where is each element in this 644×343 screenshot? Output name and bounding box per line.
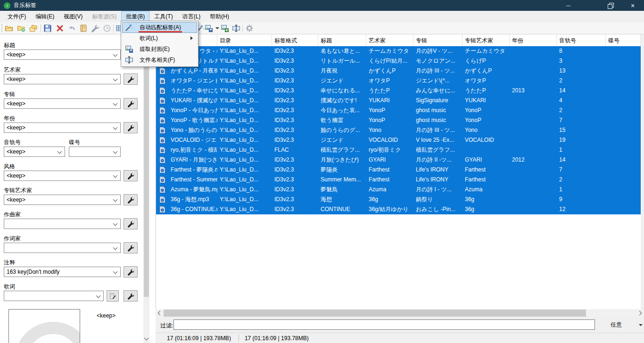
field-comment-wrench-button[interactable] bbox=[124, 266, 138, 278]
column-header-artist[interactable]: 艺术家 bbox=[366, 34, 413, 46]
field-genre-wrench-button[interactable] bbox=[124, 170, 138, 181]
undo-icon[interactable] bbox=[67, 24, 76, 33]
add-folder-icon[interactable] bbox=[17, 24, 25, 33]
lyrics-edit-button[interactable] bbox=[107, 290, 119, 302]
album-art-box[interactable] bbox=[8, 309, 80, 343]
table-row[interactable]: YUKARI - 撲滅なの...Y:\Lao_Liu_D...ID3v2.3撲滅… bbox=[156, 96, 641, 106]
field-album-wrench-button[interactable] bbox=[124, 98, 138, 109]
column-header-title[interactable]: 标题 bbox=[318, 34, 366, 46]
field-composer-wrench-button[interactable] bbox=[124, 218, 138, 229]
library-book-icon[interactable] bbox=[79, 24, 88, 33]
rename-file-icon[interactable] bbox=[232, 24, 240, 33]
table-row[interactable]: YonoP - 今日あった...Y:\Lao_Liu_D...ID3v2.3今日… bbox=[156, 106, 641, 115]
menubar-item-view[interactable]: 视图(V) bbox=[59, 11, 87, 22]
cell-artist: オワタP bbox=[366, 76, 413, 86]
table-row[interactable]: Farthest - 夢陽炎.mp3Y:\Lao_Liu_D...ID3v2.3… bbox=[156, 165, 641, 175]
sidebar-scrollbar[interactable] bbox=[143, 34, 149, 343]
close-button[interactable]: × bbox=[621, 0, 644, 11]
cell-track: 2 bbox=[557, 175, 606, 185]
column-header-album[interactable]: 专辑 bbox=[413, 34, 462, 46]
field-title-combobox[interactable]: <keep> bbox=[4, 49, 121, 60]
sidebar-scrollbar-thumb[interactable] bbox=[144, 37, 149, 297]
field-album-artist-wrench-button[interactable] bbox=[124, 194, 138, 205]
table-row[interactable]: Farthest - Summer ...Y:\Lao_Liu_D...ID3v… bbox=[156, 175, 641, 185]
cell-filename: かずくんP - 月夜視.... bbox=[168, 66, 217, 76]
table-row[interactable]: VOCALOID - ジエン...Y:\Lao_Liu_D...ID3v2.3ジ… bbox=[156, 135, 641, 145]
field-composer-combobox[interactable] bbox=[4, 219, 121, 229]
cell-title: 名もない君と... bbox=[318, 46, 366, 56]
menu-item-filename-related[interactable]: 文件名相关(F) bbox=[122, 55, 197, 65]
history-clock-icon[interactable] bbox=[103, 24, 111, 33]
menu-item-extract-cover[interactable]: 提取封面(E) bbox=[122, 44, 197, 55]
tools-wrench-icon[interactable] bbox=[91, 24, 99, 33]
table-row[interactable]: ryo,初音ミク - 積乱...Y:\Lao_Liu_D...FLAC積乱雲グラ… bbox=[156, 145, 641, 155]
field-year-combobox[interactable]: <keep> bbox=[4, 122, 121, 133]
field-artist-combobox[interactable]: <keep> bbox=[4, 74, 121, 84]
table-row[interactable]: かずくんP - 月夜視....Y:\Lao_Liu_D...ID3v2.3月夜視… bbox=[156, 66, 641, 76]
scroll-left-arrow-icon[interactable] bbox=[158, 311, 163, 316]
menubar-item-edit[interactable]: 编辑(E) bbox=[31, 11, 59, 22]
table-row[interactable]: GYARI - 月旅(つき...Y:\Lao_Liu_D...ID3v2.3月旅… bbox=[156, 155, 641, 165]
save-cover-icon[interactable] bbox=[205, 24, 213, 33]
menubar-item-file[interactable]: 文件(F) bbox=[3, 11, 31, 22]
table-row[interactable]: 36g - 海想.mp3Y:\Lao_Liu_D...ID3v2.3海想36g鍋… bbox=[156, 195, 641, 204]
remove-icon[interactable] bbox=[56, 24, 64, 33]
field-artist-wrench-button[interactable] bbox=[124, 74, 138, 85]
menu-item-lyrics[interactable]: 歌词(L) bbox=[122, 33, 197, 44]
horizontal-scrollbar-thumb[interactable] bbox=[164, 310, 586, 317]
cell-album: 月の詩V - ツ... bbox=[413, 46, 462, 56]
scroll-right-arrow-icon[interactable] bbox=[637, 311, 642, 316]
cell-artist: YonoP bbox=[366, 115, 413, 125]
cell-year bbox=[510, 56, 557, 66]
field-lyricist-wrench-button[interactable] bbox=[124, 242, 138, 253]
cell-year: 2012 bbox=[510, 155, 557, 165]
cell-album: 月の詩 II -ツ... bbox=[413, 155, 462, 165]
cell-year bbox=[510, 204, 557, 214]
cell-disc bbox=[606, 165, 641, 175]
field-genre-combobox[interactable]: <keep> bbox=[4, 171, 121, 181]
extract-cover-icon[interactable] bbox=[221, 24, 229, 33]
cell-disc bbox=[606, 175, 641, 185]
field-album-artist-combobox[interactable]: <keep> bbox=[4, 195, 121, 205]
filter-input[interactable] bbox=[173, 319, 595, 330]
menubar-item-tag-source[interactable]: 标签源(S) bbox=[87, 11, 121, 22]
field-year-wrench-button[interactable] bbox=[124, 122, 138, 133]
dropdown-arrow-icon[interactable] bbox=[215, 27, 219, 29]
table-row[interactable]: 36g - CONTINUE.mp3Y:\Lao_Liu_D...ID3v2.3… bbox=[156, 204, 641, 214]
menu-item-auto-match-tags[interactable]: 自动匹配标签(A) bbox=[122, 22, 197, 33]
column-header-dir[interactable]: 目录 bbox=[217, 34, 272, 46]
table-row[interactable]: Yono - 臉のうらの...Y:\Lao_Liu_D...ID3v2.3臉のう… bbox=[156, 125, 641, 135]
open-folder-icon[interactable] bbox=[5, 24, 13, 33]
table-row[interactable]: オワタP - ジエンド....Y:\Lao_Liu_D...ID3v2.3ジエン… bbox=[156, 76, 641, 86]
minimize-button[interactable]: ─ bbox=[558, 0, 579, 11]
field-album-combobox[interactable]: <keep> bbox=[4, 98, 121, 109]
open-folders-icon[interactable] bbox=[29, 24, 38, 33]
table-row[interactable]: くらげP - リトルガ...Y:\Lao_Liu_D...ID3v2.3リトルガ… bbox=[156, 56, 641, 66]
table-horizontal-scrollbar[interactable] bbox=[156, 309, 644, 317]
table-row[interactable]: うたたP - 幸せにな...Y:\Lao_Liu_D...ID3v2.3幸せにな… bbox=[156, 86, 641, 96]
chevron-down-icon bbox=[113, 245, 118, 250]
table-vertical-scrollbar[interactable] bbox=[641, 34, 644, 309]
cell-disc bbox=[606, 135, 641, 145]
field-comment-combobox[interactable]: 163 key(Don't modify bbox=[4, 267, 121, 277]
field-lyricist-combobox[interactable] bbox=[4, 243, 121, 253]
column-header-year[interactable]: 年份 bbox=[510, 34, 557, 46]
field-lyrics-wrench-button[interactable] bbox=[124, 290, 138, 302]
filter-mode-dropdown[interactable]: 任意 bbox=[607, 320, 644, 330]
column-header-track[interactable]: 音轨号 bbox=[557, 34, 606, 46]
table-row[interactable]: YonoP - 歌う幽霊.m...Y:\Lao_Liu_D...ID3v2.3歌… bbox=[156, 115, 641, 125]
field-track-combobox[interactable]: <keep> bbox=[4, 147, 65, 157]
field-disc-combobox[interactable] bbox=[69, 147, 121, 157]
settings-gear-icon[interactable] bbox=[245, 24, 254, 33]
cell-dir: Y:\Lao_Liu_D... bbox=[217, 66, 272, 76]
save-icon[interactable] bbox=[43, 24, 52, 33]
restore-button[interactable] bbox=[600, 0, 621, 11]
menubar-item-help[interactable]: 帮助(H) bbox=[205, 11, 234, 22]
scrollbar-down-arrow-icon[interactable] bbox=[144, 336, 149, 341]
table-row[interactable]: チームカミウタ - 名...Y:\Lao_Liu_D...ID3v2.3名もない… bbox=[156, 46, 641, 56]
column-header-disc[interactable]: 碟号 bbox=[606, 34, 641, 46]
table-row[interactable]: Azuma - 夢魅鳥.mp3Y:\Lao_Liu_D...ID3v2.3夢魅鳥… bbox=[156, 185, 641, 195]
field-lyrics-combobox[interactable] bbox=[4, 291, 104, 301]
column-header-album-artist[interactable]: 专辑艺术家 bbox=[462, 34, 510, 46]
column-header-format[interactable]: 标签格式 bbox=[272, 34, 318, 46]
